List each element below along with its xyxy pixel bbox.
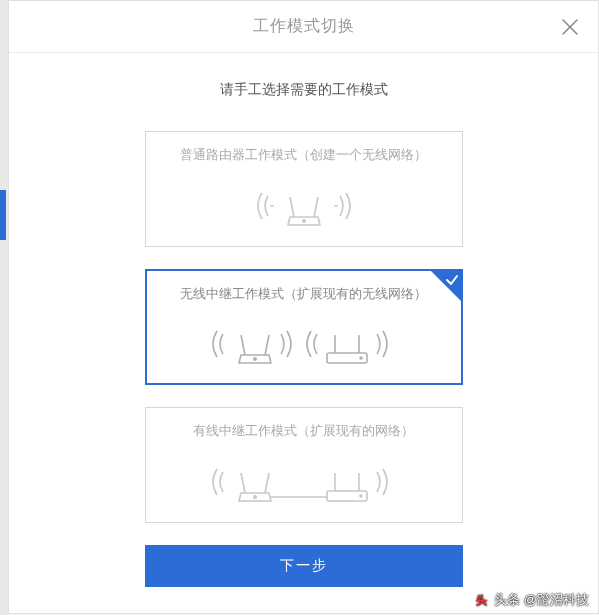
watermark-logo-icon: 头 <box>474 592 490 608</box>
watermark-prefix: 头条 <box>494 591 520 609</box>
mode-switch-modal: 工作模式切换 请手工选择需要的工作模式 普通路由器工作模式（创建一个无线网络） <box>8 0 599 614</box>
next-button[interactable]: 下一步 <box>145 545 463 587</box>
modal-body: 请手工选择需要的工作模式 普通路由器工作模式（创建一个无线网络） <box>9 53 598 613</box>
option-label: 普通路由器工作模式（创建一个无线网络） <box>180 146 427 164</box>
watermark-author: @蹬沼科技 <box>524 591 589 609</box>
two-routers-wireless-icon <box>199 313 409 375</box>
mode-options: 普通路由器工作模式（创建一个无线网络） <box>145 131 463 523</box>
modal-title: 工作模式切换 <box>253 16 355 37</box>
app-sidebar-edge <box>0 0 8 615</box>
two-routers-wired-icon <box>199 450 409 514</box>
option-label: 有线中继工作模式（扩展现有的网络） <box>193 422 414 440</box>
option-label: 无线中继工作模式（扩展现有的无线网络） <box>180 285 427 303</box>
selected-indicator <box>431 271 461 301</box>
svg-point-4 <box>253 496 255 498</box>
option-wireless-repeater[interactable]: 无线中继工作模式（扩展现有的无线网络） <box>145 269 463 385</box>
close-icon <box>560 17 580 37</box>
watermark: 头 头条 @蹬沼科技 <box>474 591 589 609</box>
modal-header: 工作模式切换 <box>9 1 598 53</box>
svg-point-1 <box>253 358 255 360</box>
svg-point-0 <box>302 220 304 222</box>
svg-point-3 <box>360 357 362 359</box>
close-button[interactable] <box>560 17 580 37</box>
option-normal-router[interactable]: 普通路由器工作模式（创建一个无线网络） <box>145 131 463 247</box>
router-icon <box>234 174 374 238</box>
modal-subtitle: 请手工选择需要的工作模式 <box>220 81 388 99</box>
option-wired-repeater[interactable]: 有线中继工作模式（扩展现有的网络） <box>145 407 463 523</box>
check-icon <box>445 273 459 287</box>
svg-point-6 <box>360 495 362 497</box>
